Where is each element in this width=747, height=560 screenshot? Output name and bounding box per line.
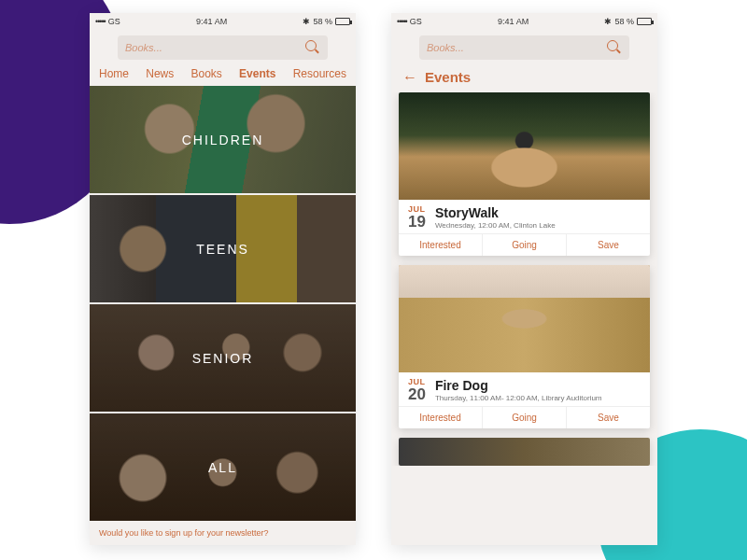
event-card-partial[interactable] <box>399 438 650 466</box>
battery-icon <box>637 18 652 25</box>
search-icon[interactable] <box>607 40 622 55</box>
nav-tabs: HomeNewsBooksEventsResources <box>90 63 356 86</box>
tab-resources[interactable]: Resources <box>293 67 346 80</box>
event-card[interactable]: JUL20Fire DogThursday, 11:00 AM- 12:00 A… <box>399 265 650 428</box>
search-input[interactable]: Books... <box>419 35 629 60</box>
phone-screen-events: ••••• GS 9:41 AM ✱ 58 % Books... ← Event… <box>391 13 657 545</box>
category-all[interactable]: ALL <box>90 413 356 521</box>
category-senior[interactable]: SENIOR <box>90 304 356 412</box>
tab-events[interactable]: Events <box>239 67 275 80</box>
event-day: 19 <box>408 214 426 230</box>
event-date: JUL19 <box>408 205 426 230</box>
interested-button[interactable]: Interested <box>399 407 483 428</box>
event-subtitle: Wednesday, 12:00 AM, Clinton Lake <box>435 221 641 230</box>
category-label: TEENS <box>196 242 249 257</box>
signal-icon: ••••• <box>95 17 106 26</box>
going-button[interactable]: Going <box>483 407 567 428</box>
page-title: Events <box>425 69 471 85</box>
search-placeholder: Books... <box>125 42 162 53</box>
battery-pct: 58 % <box>313 17 332 26</box>
bluetooth-icon: ✱ <box>604 17 612 26</box>
carrier-label: GS <box>410 17 422 26</box>
event-card[interactable]: JUL19StoryWalkWednesday, 12:00 AM, Clint… <box>399 92 650 256</box>
clock: 9:41 AM <box>498 17 529 26</box>
battery-pct: 58 % <box>614 17 634 26</box>
category-teens[interactable]: TEENS <box>90 195 356 302</box>
event-day: 20 <box>408 386 426 402</box>
back-button[interactable]: ← <box>402 70 417 85</box>
interested-button[interactable]: Interested <box>399 234 483 256</box>
tab-news[interactable]: News <box>146 67 174 80</box>
save-button[interactable]: Save <box>567 407 650 428</box>
search-placeholder: Books... <box>427 42 464 53</box>
search-input[interactable]: Books... <box>118 35 328 60</box>
phone-screen-categories: ••••• GS 9:41 AM ✱ 58 % Books... HomeNew… <box>90 13 356 545</box>
clock: 9:41 AM <box>196 17 227 26</box>
status-bar: ••••• GS 9:41 AM ✱ 58 % <box>90 13 356 30</box>
carrier-label: GS <box>108 17 120 26</box>
newsletter-prompt[interactable]: Would you like to sign up for your newsl… <box>90 521 356 545</box>
signal-icon: ••••• <box>397 17 407 26</box>
category-children[interactable]: CHILDREN <box>90 86 356 193</box>
search-icon[interactable] <box>305 40 320 55</box>
category-label: ALL <box>208 460 237 475</box>
event-image <box>399 92 650 200</box>
bluetooth-icon: ✱ <box>303 17 310 26</box>
save-button[interactable]: Save <box>567 234 650 256</box>
event-title: Fire Dog <box>435 378 641 393</box>
battery-icon <box>335 18 350 25</box>
event-image <box>399 438 650 466</box>
category-label: SENIOR <box>192 351 254 366</box>
event-date: JUL20 <box>408 378 426 402</box>
event-title: StoryWalk <box>435 205 641 220</box>
category-label: CHILDREN <box>182 133 264 147</box>
event-subtitle: Thursday, 11:00 AM- 12:00 AM, Library Au… <box>435 394 641 402</box>
tab-books[interactable]: Books <box>190 67 221 80</box>
event-image <box>399 265 650 372</box>
status-bar: ••••• GS 9:41 AM ✱ 58 % <box>391 13 657 30</box>
going-button[interactable]: Going <box>483 234 567 256</box>
tab-home[interactable]: Home <box>99 67 129 80</box>
